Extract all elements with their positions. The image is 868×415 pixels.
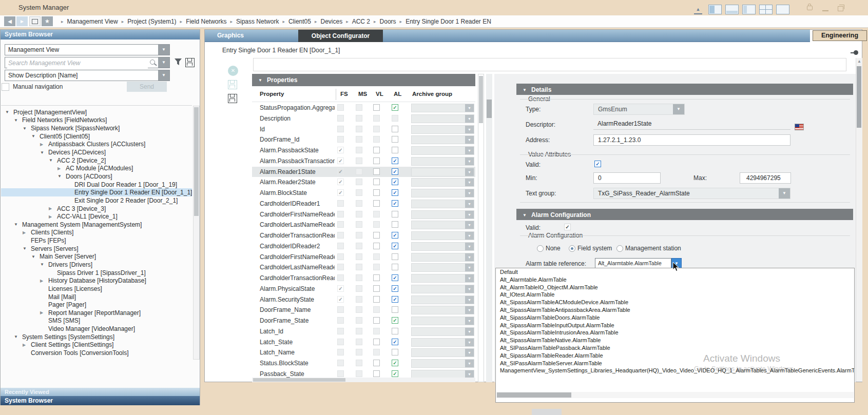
vl-checkbox[interactable] — [373, 157, 380, 164]
breadcrumb-item[interactable]: Devices — [320, 18, 342, 25]
alarm-valid-checkbox[interactable]: ✓ — [564, 224, 571, 230]
tree-item[interactable]: ▼Servers [Servers] — [1, 245, 192, 253]
archive-group-dropdown[interactable]: ▼ — [411, 285, 474, 293]
al-checkbox[interactable] — [392, 147, 398, 153]
breadcrumb-item[interactable]: Client05 — [288, 18, 311, 25]
tree-expanded-icon[interactable]: ▼ — [57, 174, 66, 179]
vl-checkbox[interactable] — [373, 360, 380, 366]
properties-scrollbar[interactable] — [478, 74, 484, 382]
recently-viewed-bar[interactable]: Recently Viewed — [1, 388, 200, 396]
chevron-down-icon[interactable]: ▼ — [465, 179, 474, 186]
archive-group-dropdown[interactable]: ▼ — [411, 200, 474, 208]
chevron-down-icon[interactable]: ▼ — [465, 360, 474, 367]
tree-item[interactable]: FEPs [FEPs] — [1, 236, 192, 245]
chevron-down-icon[interactable]: ▼ — [465, 253, 474, 261]
tab-object-configurator[interactable]: Object Configurator — [298, 30, 383, 42]
forward-icon[interactable]: ► — [16, 16, 28, 26]
chevron-down-icon[interactable]: ▼ — [465, 339, 474, 346]
layout-grid-icon[interactable] — [759, 5, 773, 14]
layout-single-pane-icon[interactable] — [776, 5, 789, 14]
tree-collapsed-icon[interactable]: ▶ — [49, 214, 57, 219]
descriptor-field[interactable]: AlarmReader1State — [593, 119, 790, 130]
archive-group-dropdown[interactable]: ▼ — [411, 135, 474, 144]
restore-icon[interactable] — [838, 6, 843, 11]
tree-collapsed-icon[interactable]: ▶ — [40, 279, 48, 283]
column-header-al[interactable]: AL — [394, 91, 401, 97]
tree-item[interactable]: ▶Antipassback Clusters [ACClusters] — [1, 141, 192, 149]
vl-checkbox[interactable] — [373, 296, 380, 303]
save-icon[interactable] — [228, 80, 237, 89]
tree-expanded-icon[interactable]: ▼ — [23, 246, 31, 251]
archive-group-dropdown[interactable]: ▼ — [411, 157, 474, 166]
tree-item[interactable]: DRI Dual Door Reader 1 [Door_1_19] — [1, 181, 192, 189]
chevron-down-icon[interactable]: ▼ — [465, 317, 474, 325]
properties-section-header[interactable]: ▼ Properties — [252, 74, 475, 86]
chevron-down-icon[interactable]: ▼ — [465, 264, 474, 271]
dropdown-option[interactable]: Alt_Alarmtable.AlarmTable — [496, 276, 854, 284]
tree-scrollbar[interactable] — [193, 106, 200, 360]
breadcrumb-item[interactable]: Field Networks — [186, 18, 226, 25]
chevron-down-icon[interactable]: ▼ — [465, 349, 474, 357]
al-checkbox[interactable]: ✓ — [392, 189, 398, 196]
al-checkbox[interactable]: ✓ — [392, 168, 398, 175]
language-flag-icon[interactable] — [795, 124, 804, 130]
dropdown-option[interactable]: Alt_SipassAlarmTableInputOutput.AlarmTab… — [496, 322, 854, 329]
vl-checkbox[interactable] — [373, 104, 380, 111]
dropdown-option[interactable]: Alt_SipassAlarmTableReader.AlarmTable — [496, 352, 854, 360]
chevron-down-icon[interactable]: ▼ — [465, 232, 474, 240]
tree-item[interactable]: ▼Main Server [Server] — [1, 253, 192, 261]
al-checkbox[interactable]: ✓ — [392, 179, 398, 185]
back-icon[interactable]: ◀ — [4, 16, 15, 26]
search-dropdown-icon[interactable]: ▼ — [158, 57, 169, 68]
dropdown-option[interactable]: Alt_IOtest.AlarmTable — [496, 291, 854, 299]
al-checkbox[interactable]: ✓ — [392, 243, 398, 249]
tree-item[interactable]: Licenses [Licenses] — [1, 285, 192, 293]
breadcrumb-item[interactable]: ACC 2 — [352, 18, 370, 25]
view-selector-dropdown[interactable]: Management View ▼ — [5, 44, 170, 55]
lock-icon[interactable] — [807, 6, 813, 10]
dropdown-hscrollbar-thumb[interactable] — [497, 392, 571, 398]
tree-expanded-icon[interactable]: ▼ — [5, 110, 13, 114]
panel-splitter-thumb[interactable] — [487, 100, 492, 118]
alarm-kind-radio[interactable] — [569, 245, 575, 252]
vl-checkbox[interactable] — [373, 317, 380, 324]
fs-checkbox[interactable]: ✓ — [337, 157, 344, 164]
tree-collapsed-icon[interactable]: ▶ — [23, 230, 31, 235]
archive-group-dropdown[interactable]: ▼ — [411, 253, 474, 262]
tree-expanded-icon[interactable]: ▼ — [14, 222, 22, 227]
alarm-kind-radio[interactable] — [537, 245, 544, 252]
tree-item[interactable]: Conversion Tools [ConversionTools] — [1, 349, 192, 357]
min-field[interactable]: 0 — [593, 172, 661, 184]
collapse-panels-icon[interactable]: ▲ — [694, 6, 702, 14]
section-collapse-icon[interactable]: ▼ — [258, 78, 262, 83]
tree-item[interactable]: ▼Sipass Network [SipassNetwork] — [1, 124, 192, 132]
text-group-dropdown[interactable]: TxG_SiPass_Reader_AlarmState ▼ — [593, 188, 790, 199]
alarm-configuration-section-header[interactable]: ▼ Alarm Configuration — [516, 209, 853, 220]
archive-group-dropdown[interactable]: ▼ — [411, 178, 474, 187]
archive-group-dropdown[interactable]: ▼ — [411, 189, 474, 197]
layout-left-pane-icon[interactable] — [742, 5, 756, 14]
dropdown-hscrollbar[interactable] — [496, 392, 854, 398]
column-header-archive-group[interactable]: Archive group — [412, 91, 452, 97]
breadcrumb-item[interactable]: Management View — [67, 18, 118, 25]
archive-group-dropdown[interactable]: ▼ — [411, 295, 474, 304]
al-checkbox[interactable]: ✓ — [392, 296, 398, 303]
dropdown-option[interactable]: Alt_SIPassAlarmTablePassback.AlarmTable — [496, 344, 854, 352]
al-checkbox[interactable]: ✓ — [392, 232, 398, 239]
engineering-button[interactable]: Engineering — [813, 30, 867, 41]
tree-item[interactable]: ▶Client Settings [ClientSettings] — [1, 341, 192, 349]
chevron-down-icon[interactable]: ▼ — [779, 188, 790, 199]
filter-icon[interactable] — [174, 58, 182, 66]
tree-expanded-icon[interactable]: ▼ — [31, 254, 40, 259]
favorites-star-icon[interactable]: ★ — [42, 16, 53, 26]
chevron-down-icon[interactable]: ▼ — [465, 306, 474, 314]
chevron-down-icon[interactable]: ▼ — [465, 200, 474, 208]
scroll-up-icon[interactable]: ▲ — [857, 59, 862, 64]
tab-graphics[interactable]: Graphics — [217, 32, 244, 39]
archive-group-dropdown[interactable]: ▼ — [411, 359, 474, 368]
type-dropdown[interactable]: GmsEnum ▼ — [593, 104, 685, 115]
dropdown-option[interactable]: Alt_SIPassAlarmTableServer.AlarmTable — [496, 360, 854, 367]
manual-navigation-checkbox[interactable] — [2, 83, 9, 91]
archive-group-dropdown[interactable]: ▼ — [411, 104, 474, 112]
al-checkbox[interactable]: ✓ — [392, 339, 398, 345]
